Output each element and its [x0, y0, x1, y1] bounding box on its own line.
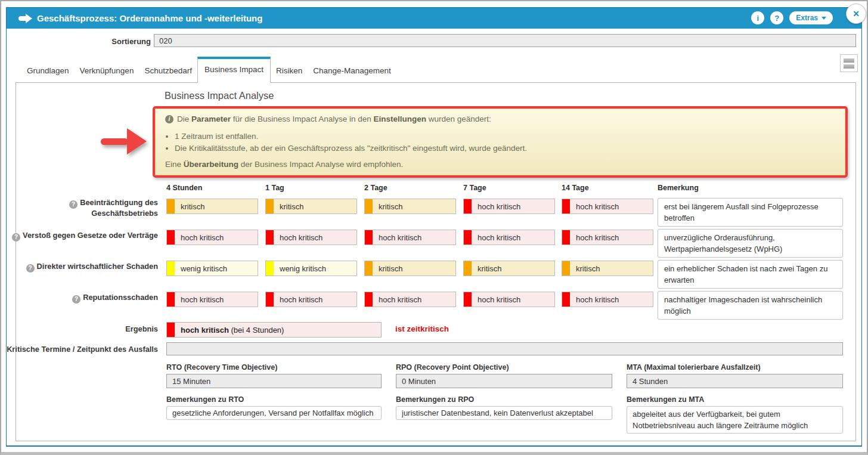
tab-grundlagen[interactable]: Grundlagen [21, 60, 75, 82]
rto-value-input[interactable] [166, 374, 382, 388]
kritische-termine-input[interactable] [166, 342, 843, 355]
row-label-verstoss: ?Verstoß gegen Gesetze oder Verträge [7, 231, 158, 242]
mta-bemerkung-label: Bemerkungen zu MTA [627, 395, 704, 404]
bar-icon [844, 58, 854, 63]
annotation-highlight-box: i Die Parameter für die Business Impact … [153, 106, 848, 178]
help-icon[interactable]: ? [26, 264, 35, 273]
column-header-7-tage: 7 Tage [463, 184, 486, 192]
rating-marker [167, 230, 175, 244]
section-heading: Business Impact Analyse [165, 90, 274, 101]
bemerkung-field[interactable]: nachhaltiger Imageschaden ist wahrschein… [658, 291, 843, 320]
close-icon: ✕ [852, 9, 860, 18]
rating-cell[interactable]: hoch kritisch [265, 230, 357, 245]
rating-cell[interactable]: hoch kritisch [562, 199, 653, 214]
rating-marker [464, 292, 472, 307]
rating-marker [464, 230, 472, 244]
tab-change-management[interactable]: Change-Management [308, 60, 396, 82]
rating-cell[interactable]: kritisch [166, 199, 258, 214]
rating-cell[interactable]: hoch kritisch [364, 292, 456, 307]
ergebnis-label: Ergebnis [7, 324, 158, 334]
rating-cell[interactable]: hoch kritisch [562, 230, 653, 245]
rating-marker [464, 199, 472, 213]
bia-change-notice: i Die Parameter für die Business Impact … [155, 109, 845, 175]
close-button[interactable]: ✕ [846, 4, 866, 24]
tab-schutzbedarf[interactable]: Schutzbedarf [139, 60, 197, 82]
column-header-1-tag: 1 Tag [265, 184, 284, 192]
notice-bullet-list: 1 Zeitraum ist entfallen. Die Kritikalit… [165, 131, 835, 154]
bar-icon [844, 64, 854, 69]
dialog: Geschäftsprozess: Orderannahme und -weit… [6, 7, 862, 447]
rto-bemerkung-input[interactable] [166, 406, 382, 420]
rpo-label: RPO (Recovery Point Objective) [396, 363, 509, 372]
rating-marker [167, 261, 175, 276]
row-label-reputationsschaden: ?Reputationsschaden [7, 293, 158, 304]
kritische-termine-label: Kritische Termine / Zeitpunkt des Ausfal… [0, 345, 158, 354]
rating-marker [365, 261, 373, 276]
rating-cell[interactable]: kritisch [364, 261, 456, 276]
bemerkung-field[interactable]: erst bei längerem Ausfall sind Folgeproz… [658, 198, 843, 227]
column-header-4-stunden: 4 Stunden [166, 184, 202, 192]
info-icon: i [165, 115, 173, 123]
dialog-content: Sortierung Grundlagen Verknüpfungen Schu… [7, 8, 861, 445]
rating-cell[interactable]: wenig kritisch [265, 261, 357, 276]
rating-cell[interactable]: hoch kritisch [265, 292, 357, 307]
help-icon[interactable]: ? [72, 295, 80, 304]
tab-risiken[interactable]: Risiken [271, 60, 308, 82]
tab-business-impact[interactable]: Business Impact [197, 57, 271, 83]
rating-marker [562, 261, 570, 276]
notice-intro: i Die Parameter für die Business Impact … [165, 114, 835, 125]
rpo-bemerkung-input[interactable] [396, 406, 612, 420]
column-header-14-tage: 14 Tage [562, 184, 589, 192]
rating-cell[interactable]: wenig kritisch [166, 261, 258, 276]
rating-cell[interactable]: kritisch [463, 261, 555, 276]
rating-marker [562, 230, 570, 244]
rating-marker [266, 261, 274, 276]
rating-marker [365, 292, 373, 307]
rating-marker [167, 199, 175, 213]
mta-label: MTA (Maximal tolerierbare Ausfallzeit) [627, 363, 761, 372]
rating-cell[interactable]: hoch kritisch [166, 230, 258, 245]
rating-marker [266, 292, 274, 307]
tab-verknuepfungen[interactable]: Verknüpfungen [75, 60, 140, 82]
notice-bullet: 1 Zeitraum ist entfallen. [175, 131, 835, 142]
rto-label: RTO (Recovery Time Objective) [166, 363, 277, 372]
rating-cell[interactable]: hoch kritisch [463, 230, 555, 245]
row-label-beeintraechtigung: ?Beeinträchtigung des Geschäftsbetriebs [7, 198, 158, 218]
rating-marker [562, 292, 570, 307]
rating-cell[interactable]: hoch kritisch [463, 199, 555, 214]
zeitkritisch-status: ist zeitkritisch [395, 324, 449, 333]
notice-intro-text: Die Parameter für die Business Impact An… [177, 114, 491, 125]
window-frame: Geschäftsprozess: Orderannahme und -weit… [0, 0, 868, 455]
bemerkung-field[interactable]: ein erheblicher Schaden ist nach zwei Ta… [658, 260, 843, 289]
column-header-2-tage: 2 Tage [364, 184, 388, 192]
rating-marker [167, 323, 175, 337]
mta-bemerkung-input[interactable]: abgeleitet aus der Verfügbarkeit, bei gu… [627, 406, 843, 434]
rating-cell[interactable]: kritisch [562, 261, 653, 276]
rpo-value-input[interactable] [396, 374, 612, 388]
rating-cell[interactable]: hoch kritisch [364, 230, 456, 245]
rating-cell[interactable]: kritisch [364, 199, 456, 214]
row-label-wirtschaftlicher-schaden: ?Direkter wirtschaftlicher Schaden [7, 262, 158, 273]
notice-bullet: Die Kritikalitätsstufe, ab der ein Gesch… [175, 143, 835, 154]
rating-marker [266, 199, 274, 213]
ergebnis-field[interactable]: hoch kritisch (bei 4 Stunden) [166, 322, 382, 338]
bemerkung-field[interactable]: unverzügliche Orderausführung, Wertpapie… [658, 229, 843, 258]
rating-marker [266, 230, 274, 244]
notice-footer: Eine Überarbeitung der Business Impact A… [165, 159, 835, 170]
rating-marker [464, 261, 472, 276]
rpo-bemerkung-label: Bemerkungen zu RPO [396, 395, 474, 404]
tab-bar: Grundlagen Verknüpfungen Schutzbedarf Bu… [21, 60, 396, 82]
rating-marker [365, 230, 373, 244]
rating-cell[interactable]: kritisch [265, 199, 357, 214]
help-icon[interactable]: ? [69, 200, 78, 209]
rating-marker [562, 199, 570, 213]
help-icon[interactable]: ? [12, 233, 20, 242]
rating-marker [365, 199, 373, 213]
rating-cell[interactable]: hoch kritisch [463, 292, 555, 307]
column-header-bemerkung: Bemerkung [658, 184, 699, 192]
rating-cell[interactable]: hoch kritisch [562, 292, 653, 307]
mta-value-input[interactable] [627, 374, 843, 388]
rto-bemerkung-label: Bemerkungen zu RTO [166, 395, 244, 404]
rating-cell[interactable]: hoch kritisch [166, 292, 258, 307]
layout-toggle-button[interactable] [840, 54, 858, 72]
